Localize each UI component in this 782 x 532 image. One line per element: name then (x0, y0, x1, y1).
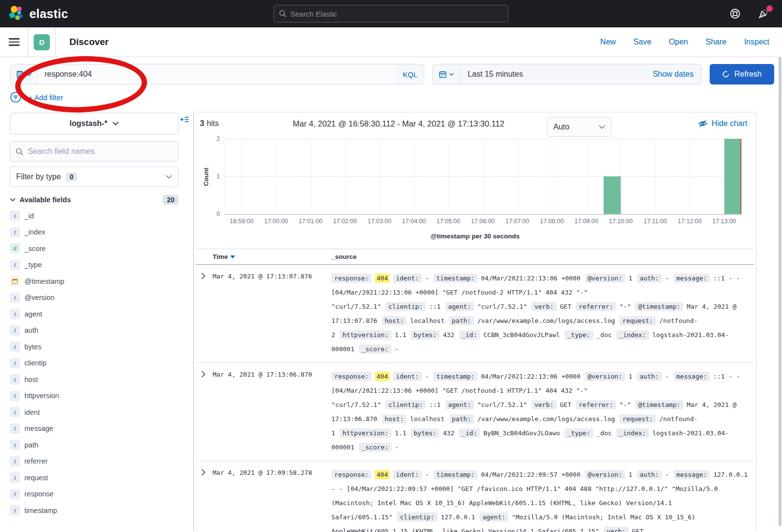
eye-slash-icon (698, 119, 708, 128)
histogram-chart[interactable]: Count 012 (224, 139, 741, 215)
refresh-button[interactable]: Refresh (710, 64, 774, 85)
field-item-message[interactable]: tmessage (10, 421, 178, 437)
hits-label: hits (207, 119, 219, 128)
filter-by-type[interactable]: Filter by type 0 (10, 167, 178, 187)
field-item-clientip[interactable]: tclientip (10, 355, 178, 372)
chevron-down-icon (112, 122, 119, 126)
current-time-marker (740, 139, 741, 214)
show-dates-button[interactable]: Show dates (652, 70, 701, 79)
open-button[interactable]: Open (669, 38, 688, 46)
field-item-@version[interactable]: t@version (10, 290, 178, 306)
hide-chart-button[interactable]: Hide chart (698, 119, 747, 128)
available-fields-toggle[interactable]: Available fields 20 (10, 195, 178, 205)
elastic-logo[interactable]: elastic (8, 5, 68, 22)
field-list: t_idt_index#_scoret_type@timestampt@vers… (10, 208, 193, 519)
expand-row-button[interactable] (196, 369, 213, 454)
field-item-host[interactable]: thost (10, 371, 178, 388)
elastic-logo-icon (8, 5, 24, 22)
text-field-icon: t (10, 341, 20, 352)
collapse-sidebar-icon[interactable] (180, 116, 189, 123)
field-item-_score[interactable]: #_score (10, 240, 178, 257)
filter-icon[interactable] (10, 91, 22, 103)
field-name-pill: response: (331, 470, 371, 479)
text-field-icon: t (10, 440, 20, 450)
field-name-pill: _type: (565, 428, 593, 438)
histogram-bar[interactable] (724, 139, 741, 214)
field-value: - (395, 345, 399, 353)
field-name-pill: auth: (637, 470, 662, 479)
field-name-pill: @version: (585, 470, 625, 479)
filter-by-type-label: Filter by type (16, 172, 61, 181)
field-item-path[interactable]: tpath (10, 437, 178, 453)
available-fields-count: 20 (163, 195, 178, 205)
field-value: GET (560, 401, 571, 408)
interval-select[interactable]: Auto (547, 117, 611, 137)
saved-query-menu-button[interactable] (10, 64, 38, 84)
field-name-pill: request: (619, 414, 656, 424)
y-tick-label: 0 (217, 211, 220, 217)
field-name-pill: _score: (359, 344, 391, 354)
field-search[interactable] (10, 141, 178, 162)
field-item-response[interactable]: tresponse (10, 486, 178, 503)
calendar-glyph (12, 279, 18, 284)
text-field-icon: t (10, 325, 20, 336)
fields-sidebar: logstash-* Filter by type 0 (0, 109, 194, 531)
field-item-_index[interactable]: t_index (10, 224, 178, 241)
expand-row-button[interactable] (196, 468, 213, 532)
field-item-@timestamp[interactable]: @timestamp (10, 273, 178, 290)
field-search-input[interactable] (28, 147, 173, 156)
calendar-menu-button[interactable] (433, 64, 461, 84)
field-value: CCBN_3cB04dGovJLPawl (483, 331, 560, 339)
global-search-input[interactable] (290, 10, 503, 18)
field-item-httpversion[interactable]: thttpversion (10, 388, 178, 404)
field-value: localhost (410, 415, 444, 423)
field-name: referrer (24, 457, 48, 465)
discover-app-badge[interactable]: D (34, 34, 50, 50)
field-name: _id (24, 212, 34, 220)
field-name: _index (24, 228, 45, 236)
field-item-bytes[interactable]: tbytes (10, 339, 178, 355)
field-item-auth[interactable]: tauth (10, 322, 178, 339)
share-button[interactable]: Share (706, 38, 727, 46)
field-value: - (425, 373, 429, 380)
newsfeed-icon[interactable] (758, 8, 769, 20)
field-name-pill: _score: (359, 443, 391, 452)
field-value: "curl/7.52.1" (478, 401, 527, 408)
field-item-_type[interactable]: t_type (10, 257, 178, 274)
save-button[interactable]: Save (633, 38, 651, 46)
query-input[interactable] (38, 64, 396, 84)
new-button[interactable]: New (600, 38, 616, 46)
field-item-timestamp[interactable]: ttimestamp (10, 502, 178, 519)
text-field-icon: t (10, 260, 20, 270)
add-filter-button[interactable]: + Add filter (28, 93, 63, 102)
field-name-pill: agent: (479, 512, 508, 522)
field-name-pill: bytes: (411, 428, 439, 438)
field-value: - (425, 275, 429, 282)
field-item-agent[interactable]: tagent (10, 306, 178, 322)
expand-row-button[interactable] (196, 271, 213, 356)
scrollbar[interactable] (779, 57, 782, 526)
hits-count: 3 (200, 119, 204, 128)
field-name-pill: host: (382, 414, 407, 424)
field-value: ::1 (429, 303, 440, 310)
text-field-icon: t (10, 489, 20, 499)
field-item-_id[interactable]: t_id (10, 208, 178, 224)
help-icon[interactable] (729, 8, 741, 20)
field-name-pill: path: (449, 414, 474, 424)
field-name-pill: verb: (531, 302, 556, 311)
global-search[interactable] (274, 5, 508, 22)
field-item-referrer[interactable]: treferrer (10, 453, 178, 470)
field-item-request[interactable]: trequest (10, 469, 178, 486)
inspect-button[interactable]: Inspect (744, 38, 769, 46)
column-header-time[interactable]: Time (213, 253, 331, 260)
menu-icon[interactable] (0, 27, 28, 57)
index-pattern-select[interactable]: logstash-* (10, 113, 178, 134)
kql-syntax-button[interactable]: KQL (396, 64, 424, 84)
field-item-ident[interactable]: tident (10, 404, 178, 421)
search-icon (279, 10, 286, 18)
histogram-bar[interactable] (604, 176, 621, 214)
time-range-value[interactable]: Last 15 minutes (461, 70, 523, 79)
field-name-pill: auth: (637, 372, 662, 381)
interval-value: Auto (553, 123, 569, 131)
x-tick-label: 17:01:00 (299, 218, 323, 225)
